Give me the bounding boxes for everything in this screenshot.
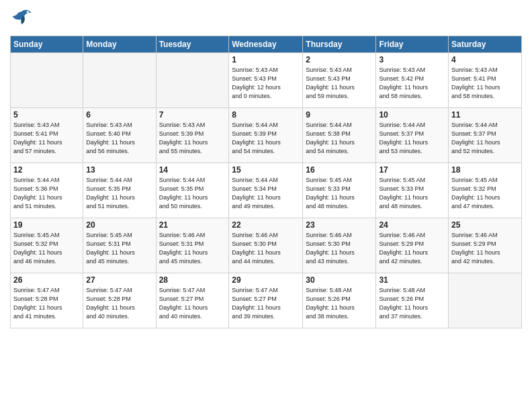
- day-number: 7: [159, 110, 226, 120]
- calendar-week-0: 1Sunrise: 5:43 AM Sunset: 5:43 PM Daylig…: [11, 53, 522, 108]
- calendar-cell: 17Sunrise: 5:45 AM Sunset: 5:33 PM Dayli…: [376, 163, 449, 218]
- day-number: 16: [306, 165, 373, 175]
- day-number: 18: [451, 165, 519, 175]
- calendar-cell: 27Sunrise: 5:47 AM Sunset: 5:28 PM Dayli…: [83, 273, 156, 328]
- calendar-cell: 19Sunrise: 5:45 AM Sunset: 5:32 PM Dayli…: [11, 218, 83, 273]
- day-info: Sunrise: 5:43 AM Sunset: 5:39 PM Dayligh…: [159, 121, 226, 156]
- weekday-header-sunday: Sunday: [11, 36, 83, 53]
- calendar-week-3: 19Sunrise: 5:45 AM Sunset: 5:32 PM Dayli…: [11, 218, 522, 273]
- calendar-cell: 21Sunrise: 5:46 AM Sunset: 5:31 PM Dayli…: [156, 218, 229, 273]
- day-number: 12: [13, 165, 80, 175]
- calendar-week-2: 12Sunrise: 5:44 AM Sunset: 5:36 PM Dayli…: [11, 163, 522, 218]
- day-info: Sunrise: 5:43 AM Sunset: 5:42 PM Dayligh…: [379, 66, 445, 101]
- day-info: Sunrise: 5:46 AM Sunset: 5:29 PM Dayligh…: [451, 231, 519, 266]
- calendar-cell: 5Sunrise: 5:43 AM Sunset: 5:41 PM Daylig…: [11, 108, 83, 163]
- day-number: 10: [379, 110, 445, 120]
- day-info: Sunrise: 5:43 AM Sunset: 5:43 PM Dayligh…: [306, 66, 373, 101]
- day-number: 4: [451, 55, 519, 64]
- calendar-week-4: 26Sunrise: 5:47 AM Sunset: 5:28 PM Dayli…: [11, 273, 522, 328]
- weekday-header-wednesday: Wednesday: [229, 36, 303, 53]
- day-number: 1: [232, 55, 300, 64]
- day-info: Sunrise: 5:47 AM Sunset: 5:28 PM Dayligh…: [13, 286, 80, 321]
- day-number: 30: [306, 275, 373, 285]
- day-info: Sunrise: 5:47 AM Sunset: 5:28 PM Dayligh…: [86, 286, 152, 321]
- calendar-cell: 22Sunrise: 5:46 AM Sunset: 5:30 PM Dayli…: [229, 218, 303, 273]
- day-info: Sunrise: 5:47 AM Sunset: 5:27 PM Dayligh…: [159, 286, 226, 321]
- day-info: Sunrise: 5:43 AM Sunset: 5:41 PM Dayligh…: [13, 121, 80, 156]
- day-info: Sunrise: 5:48 AM Sunset: 5:26 PM Dayligh…: [379, 286, 445, 321]
- day-number: 31: [379, 275, 445, 285]
- calendar-cell: 4Sunrise: 5:43 AM Sunset: 5:41 PM Daylig…: [449, 53, 522, 108]
- day-number: 29: [232, 275, 300, 285]
- day-number: 11: [451, 110, 519, 120]
- calendar-cell: [449, 273, 522, 328]
- weekday-header-saturday: Saturday: [449, 36, 522, 53]
- day-info: Sunrise: 5:43 AM Sunset: 5:41 PM Dayligh…: [451, 66, 519, 101]
- day-number: 14: [159, 165, 226, 175]
- weekday-header-monday: Monday: [83, 36, 156, 53]
- calendar-cell: [11, 53, 83, 108]
- day-info: Sunrise: 5:46 AM Sunset: 5:29 PM Dayligh…: [379, 231, 445, 266]
- day-number: 27: [86, 275, 152, 285]
- day-info: Sunrise: 5:44 AM Sunset: 5:38 PM Dayligh…: [306, 121, 373, 156]
- day-number: 13: [86, 165, 152, 175]
- day-number: 24: [379, 220, 445, 230]
- day-number: 15: [232, 165, 300, 175]
- day-info: Sunrise: 5:45 AM Sunset: 5:33 PM Dayligh…: [306, 176, 373, 211]
- calendar-body: 1Sunrise: 5:43 AM Sunset: 5:43 PM Daylig…: [11, 53, 522, 328]
- calendar-cell: 8Sunrise: 5:44 AM Sunset: 5:39 PM Daylig…: [229, 108, 303, 163]
- day-number: 21: [159, 220, 226, 230]
- day-number: 26: [13, 275, 80, 285]
- calendar-cell: 1Sunrise: 5:43 AM Sunset: 5:43 PM Daylig…: [229, 53, 303, 108]
- calendar-week-1: 5Sunrise: 5:43 AM Sunset: 5:41 PM Daylig…: [11, 108, 522, 163]
- day-info: Sunrise: 5:48 AM Sunset: 5:26 PM Dayligh…: [306, 286, 373, 321]
- calendar-cell: 30Sunrise: 5:48 AM Sunset: 5:26 PM Dayli…: [303, 273, 376, 328]
- weekday-header-thursday: Thursday: [303, 36, 376, 53]
- calendar-cell: 24Sunrise: 5:46 AM Sunset: 5:29 PM Dayli…: [376, 218, 449, 273]
- logo: [10, 7, 34, 30]
- calendar-cell: 9Sunrise: 5:44 AM Sunset: 5:38 PM Daylig…: [303, 108, 376, 163]
- calendar-cell: 16Sunrise: 5:45 AM Sunset: 5:33 PM Dayli…: [303, 163, 376, 218]
- calendar-cell: 28Sunrise: 5:47 AM Sunset: 5:27 PM Dayli…: [156, 273, 229, 328]
- header: [10, 7, 522, 30]
- calendar-cell: 29Sunrise: 5:47 AM Sunset: 5:27 PM Dayli…: [229, 273, 303, 328]
- day-info: Sunrise: 5:47 AM Sunset: 5:27 PM Dayligh…: [232, 286, 300, 321]
- day-info: Sunrise: 5:44 AM Sunset: 5:39 PM Dayligh…: [232, 121, 300, 156]
- day-info: Sunrise: 5:46 AM Sunset: 5:30 PM Dayligh…: [232, 231, 300, 266]
- calendar: SundayMondayTuesdayWednesdayThursdayFrid…: [10, 36, 522, 328]
- day-info: Sunrise: 5:44 AM Sunset: 5:34 PM Dayligh…: [232, 176, 300, 211]
- day-info: Sunrise: 5:44 AM Sunset: 5:37 PM Dayligh…: [379, 121, 445, 156]
- day-info: Sunrise: 5:45 AM Sunset: 5:31 PM Dayligh…: [86, 231, 152, 266]
- calendar-cell: [83, 53, 156, 108]
- calendar-cell: 11Sunrise: 5:44 AM Sunset: 5:37 PM Dayli…: [449, 108, 522, 163]
- calendar-cell: 14Sunrise: 5:44 AM Sunset: 5:35 PM Dayli…: [156, 163, 229, 218]
- day-number: 20: [86, 220, 152, 230]
- day-number: 2: [306, 55, 373, 64]
- calendar-cell: 23Sunrise: 5:46 AM Sunset: 5:30 PM Dayli…: [303, 218, 376, 273]
- day-info: Sunrise: 5:45 AM Sunset: 5:32 PM Dayligh…: [13, 231, 80, 266]
- day-number: 8: [232, 110, 300, 120]
- calendar-cell: 6Sunrise: 5:43 AM Sunset: 5:40 PM Daylig…: [83, 108, 156, 163]
- day-number: 23: [306, 220, 373, 230]
- calendar-cell: 26Sunrise: 5:47 AM Sunset: 5:28 PM Dayli…: [11, 273, 83, 328]
- calendar-cell: [156, 53, 229, 108]
- day-info: Sunrise: 5:46 AM Sunset: 5:30 PM Dayligh…: [306, 231, 373, 266]
- day-info: Sunrise: 5:46 AM Sunset: 5:31 PM Dayligh…: [159, 231, 226, 266]
- day-info: Sunrise: 5:44 AM Sunset: 5:35 PM Dayligh…: [159, 176, 226, 211]
- day-number: 3: [379, 55, 445, 64]
- calendar-cell: 31Sunrise: 5:48 AM Sunset: 5:26 PM Dayli…: [376, 273, 449, 328]
- day-number: 25: [451, 220, 519, 230]
- page: SundayMondayTuesdayWednesdayThursdayFrid…: [0, 0, 532, 411]
- calendar-cell: 10Sunrise: 5:44 AM Sunset: 5:37 PM Dayli…: [376, 108, 449, 163]
- day-number: 5: [13, 110, 80, 120]
- calendar-cell: 12Sunrise: 5:44 AM Sunset: 5:36 PM Dayli…: [11, 163, 83, 218]
- day-info: Sunrise: 5:45 AM Sunset: 5:33 PM Dayligh…: [379, 176, 445, 211]
- day-number: 9: [306, 110, 373, 120]
- day-info: Sunrise: 5:45 AM Sunset: 5:32 PM Dayligh…: [451, 176, 519, 211]
- calendar-header-row: SundayMondayTuesdayWednesdayThursdayFrid…: [11, 36, 522, 53]
- calendar-cell: 3Sunrise: 5:43 AM Sunset: 5:42 PM Daylig…: [376, 53, 449, 108]
- day-info: Sunrise: 5:44 AM Sunset: 5:37 PM Dayligh…: [451, 121, 519, 156]
- calendar-cell: 18Sunrise: 5:45 AM Sunset: 5:32 PM Dayli…: [449, 163, 522, 218]
- day-number: 28: [159, 275, 226, 285]
- logo-icon: [10, 7, 34, 30]
